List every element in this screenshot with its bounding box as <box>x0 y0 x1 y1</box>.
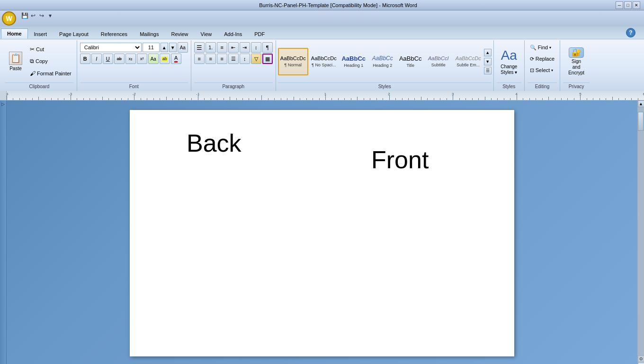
replace-button[interactable]: ⟳ Replace <box>528 54 557 64</box>
change-styles-icon: Aa <box>501 48 517 63</box>
bullets-btn[interactable]: ☰ <box>194 42 205 53</box>
office-button[interactable]: W <box>2 11 16 26</box>
format-painter-button[interactable]: 🖌 Format Painter <box>27 68 74 79</box>
left-margin: ◁ <box>0 100 7 364</box>
help-button[interactable]: ? <box>626 28 635 37</box>
justify-btn[interactable]: ☰ <box>228 54 239 64</box>
redo-quick-btn[interactable]: ↪ <box>38 12 45 19</box>
border-btn[interactable]: ▦ <box>262 54 273 64</box>
styles-group-label: Styles <box>278 82 492 90</box>
font-size-input[interactable] <box>143 43 160 52</box>
style-no-spacing-label: ¶ No Spaci... <box>312 63 336 67</box>
close-button[interactable]: ✕ <box>633 1 640 9</box>
document-area[interactable]: Back Front <box>7 100 637 364</box>
style-title[interactable]: AaBbCc Title <box>397 48 424 75</box>
quick-access-toolbar: 💾 ↩ ↪ ▾ <box>21 11 54 20</box>
scroll-track[interactable] <box>638 107 644 355</box>
save-quick-btn[interactable]: 💾 <box>21 12 28 19</box>
find-label: Find <box>538 45 548 50</box>
tab-review[interactable]: Review <box>165 28 194 39</box>
sort-btn[interactable]: ↕ <box>251 42 261 53</box>
numbering-btn[interactable]: 1. <box>206 42 216 53</box>
strikethrough-button[interactable]: ab <box>114 54 125 64</box>
tab-mailings[interactable]: Mailings <box>134 28 165 39</box>
clear-format-btn[interactable]: Aa <box>178 42 188 53</box>
style-heading1[interactable]: AaBbCc Heading 1 <box>340 48 368 75</box>
format-painter-label: Format Painter <box>37 71 72 76</box>
scroll-thumb[interactable] <box>638 112 644 131</box>
change-case-btn[interactable]: Aa <box>148 54 159 64</box>
editing-group-content: 🔍 Find ▾ ⟳ Replace ⊡ Select ▾ <box>528 41 557 82</box>
scroll-down-btn[interactable]: ▼ <box>638 362 644 364</box>
tab-page-layout[interactable]: Page Layout <box>53 28 95 39</box>
undo-quick-btn[interactable]: ↩ <box>29 12 37 19</box>
multilevel-btn[interactable]: ≡ <box>217 42 227 53</box>
privacy-group-content: 🔐 Sign and Encrypt <box>563 41 590 82</box>
font-group-label: Font <box>80 82 188 90</box>
customize-quick-btn[interactable]: ▾ <box>46 12 54 19</box>
para-row-1: ☰ 1. ≡ ⇤ ⇥ ↕ ¶ <box>194 42 273 53</box>
paste-button[interactable]: 📋 Paste <box>5 42 27 81</box>
decrease-indent-btn[interactable]: ⇤ <box>228 42 239 53</box>
sign-encrypt-button[interactable]: 🔐 Sign and Encrypt <box>563 45 590 78</box>
style-heading2[interactable]: AaBbCc Heading 2 <box>368 48 397 75</box>
font-color-btn[interactable]: A <box>171 54 181 64</box>
clipboard-group-content: 📋 Paste ✂ Cut ⧉ Copy 🖌 Format Painter <box>5 41 74 82</box>
copy-button[interactable]: ⧉ Copy <box>27 56 74 66</box>
tab-references[interactable]: References <box>95 28 134 39</box>
align-left-btn[interactable]: ≡ <box>194 54 205 64</box>
style-title-preview: AaBbCc <box>399 55 422 63</box>
paragraph-group-content: ☰ 1. ≡ ⇤ ⇥ ↕ ¶ ≡ ≡ ≡ ☰ ↕ ▽ ▦ <box>194 41 273 82</box>
style-heading2-label: Heading 2 <box>373 63 392 68</box>
show-marks-btn[interactable]: ¶ <box>262 42 273 53</box>
font-size-decrease-btn[interactable]: ▼ <box>169 43 177 52</box>
ruler-side <box>0 91 7 100</box>
styles-group: AaBbCcDc ¶ Normal AaBbCcDc ¶ No Spaci...… <box>276 40 494 91</box>
align-right-btn[interactable]: ≡ <box>217 54 227 64</box>
minimize-button[interactable]: ─ <box>616 1 623 9</box>
tab-addins[interactable]: Add-Ins <box>218 28 248 39</box>
shading-btn[interactable]: ▽ <box>251 54 261 64</box>
tab-home[interactable]: Home <box>1 28 28 39</box>
style-normal[interactable]: AaBbCcDc ¶ Normal <box>278 48 308 75</box>
scroll-select-browse-btn[interactable]: ⊙ <box>638 355 644 362</box>
style-no-spacing-preview: AaBbCcDc <box>310 55 338 62</box>
scroll-up-btn[interactable]: ▲ <box>638 100 644 107</box>
subscript-button[interactable]: x₂ <box>125 54 136 64</box>
styles-expand[interactable]: ☰ <box>484 67 492 74</box>
font-row-2: B I U ab x₂ x² Aa ab A <box>80 54 181 64</box>
find-button[interactable]: 🔍 Find ▾ <box>528 42 554 53</box>
style-no-spacing[interactable]: AaBbCcDc ¶ No Spaci... <box>309 48 339 75</box>
align-center-btn[interactable]: ≡ <box>206 54 216 64</box>
highlight-btn[interactable]: ab <box>160 54 170 64</box>
tab-insert[interactable]: Insert <box>28 28 54 39</box>
bold-button[interactable]: B <box>80 54 90 64</box>
font-size-increase-btn[interactable]: ▲ <box>161 43 168 52</box>
tab-view[interactable]: View <box>195 28 218 39</box>
maximize-button[interactable]: □ <box>624 1 632 9</box>
increase-indent-btn[interactable]: ⇥ <box>240 42 250 53</box>
copy-icon: ⧉ <box>30 58 34 64</box>
change-styles-group-label: Styles <box>497 82 521 90</box>
select-button[interactable]: ⊡ Select ▾ <box>528 65 556 75</box>
change-styles-button[interactable]: Aa ChangeStyles ▾ <box>497 45 521 78</box>
cut-button[interactable]: ✂ Cut <box>27 44 74 55</box>
font-family-select[interactable]: Calibri <box>80 43 142 52</box>
document-page: Back Front <box>130 110 514 356</box>
styles-scroll-up[interactable]: ▲ <box>484 49 492 56</box>
font-group: Calibri ▲ ▼ Aa B I U ab x₂ x² Aa ab <box>77 40 191 91</box>
styles-scroll-down[interactable]: ▼ <box>484 58 492 65</box>
font-group-content: Calibri ▲ ▼ Aa B I U ab x₂ x² Aa ab <box>80 41 188 82</box>
ruler: -4-3-2-1123456 <box>0 91 644 100</box>
italic-button[interactable]: I <box>91 54 102 64</box>
superscript-button[interactable]: x² <box>137 54 147 64</box>
paste-icon: 📋 <box>9 52 22 65</box>
style-subtle-em[interactable]: AaBbCcDc Subtle Em... <box>453 48 483 75</box>
style-heading1-label: Heading 1 <box>344 63 363 68</box>
window-title: Burris-NC-Panel-PH-Template [Compatibili… <box>61 2 616 8</box>
replace-icon: ⟳ <box>530 56 534 62</box>
style-subtitle[interactable]: AaBbCcI Subtitle <box>424 48 453 75</box>
line-spacing-btn[interactable]: ↕ <box>240 54 250 64</box>
underline-button[interactable]: U <box>103 54 113 64</box>
tab-pdf[interactable]: PDF <box>248 28 271 39</box>
